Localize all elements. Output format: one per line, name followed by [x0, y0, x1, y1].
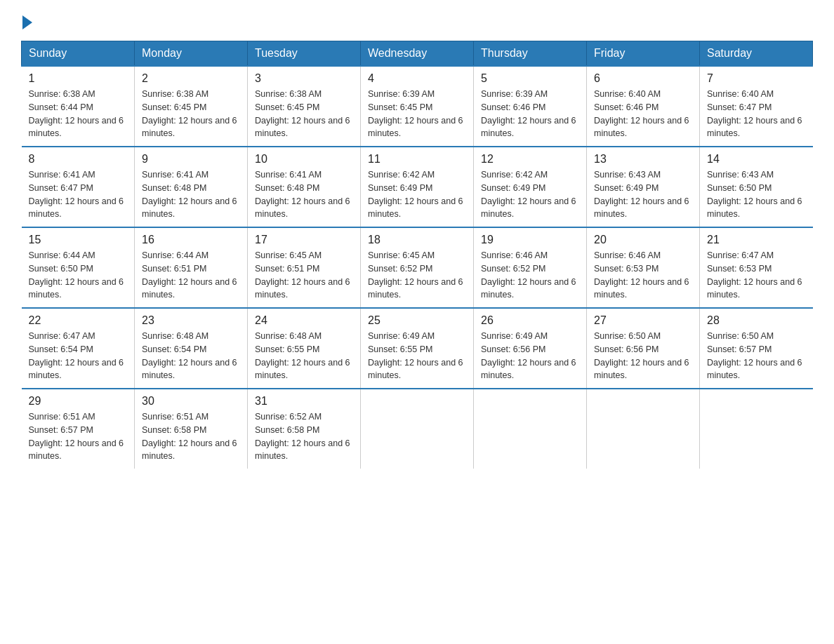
day-number: 20 [594, 234, 692, 246]
day-number: 6 [594, 72, 692, 85]
day-info: Sunrise: 6:49 AMSunset: 6:56 PMDaylight:… [481, 330, 579, 382]
day-info: Sunrise: 6:45 AMSunset: 6:51 PMDaylight:… [255, 249, 353, 302]
day-info: Sunrise: 6:40 AMSunset: 6:47 PMDaylight:… [707, 88, 806, 140]
calendar-header-thursday: Thursday [474, 41, 587, 67]
calendar-header-saturday: Saturday [700, 41, 813, 67]
day-number: 7 [707, 72, 806, 85]
calendar-cell: 12 Sunrise: 6:42 AMSunset: 6:49 PMDaylig… [474, 147, 587, 227]
day-number: 25 [368, 314, 466, 327]
day-number: 30 [142, 395, 240, 408]
day-info: Sunrise: 6:44 AMSunset: 6:51 PMDaylight:… [142, 249, 240, 302]
day-info: Sunrise: 6:41 AMSunset: 6:48 PMDaylight:… [255, 168, 353, 221]
calendar-cell: 18 Sunrise: 6:45 AMSunset: 6:52 PMDaylig… [361, 227, 474, 308]
day-info: Sunrise: 6:43 AMSunset: 6:50 PMDaylight:… [707, 168, 806, 221]
calendar-cell: 27 Sunrise: 6:50 AMSunset: 6:56 PMDaylig… [587, 308, 700, 389]
calendar-cell: 22 Sunrise: 6:47 AMSunset: 6:54 PMDaylig… [22, 308, 135, 389]
calendar-cell: 11 Sunrise: 6:42 AMSunset: 6:49 PMDaylig… [361, 147, 474, 227]
day-info: Sunrise: 6:41 AMSunset: 6:47 PMDaylight:… [29, 168, 128, 221]
day-info: Sunrise: 6:51 AMSunset: 6:58 PMDaylight:… [142, 410, 240, 463]
day-info: Sunrise: 6:49 AMSunset: 6:55 PMDaylight:… [368, 330, 466, 382]
day-info: Sunrise: 6:41 AMSunset: 6:48 PMDaylight:… [142, 168, 240, 221]
day-info: Sunrise: 6:47 AMSunset: 6:54 PMDaylight:… [29, 330, 128, 382]
calendar-cell [587, 389, 700, 469]
day-number: 9 [142, 153, 240, 166]
day-info: Sunrise: 6:43 AMSunset: 6:49 PMDaylight:… [594, 168, 692, 221]
day-info: Sunrise: 6:44 AMSunset: 6:50 PMDaylight:… [29, 249, 128, 302]
calendar-cell: 15 Sunrise: 6:44 AMSunset: 6:50 PMDaylig… [22, 227, 135, 308]
calendar-cell: 13 Sunrise: 6:43 AMSunset: 6:49 PMDaylig… [587, 147, 700, 227]
calendar-header-sunday: Sunday [22, 41, 135, 67]
day-number: 26 [481, 314, 579, 327]
calendar-header-row: SundayMondayTuesdayWednesdayThursdayFrid… [22, 41, 813, 67]
day-number: 12 [481, 153, 579, 166]
calendar-cell: 24 Sunrise: 6:48 AMSunset: 6:55 PMDaylig… [248, 308, 361, 389]
day-info: Sunrise: 6:38 AMSunset: 6:45 PMDaylight:… [255, 88, 353, 140]
day-info: Sunrise: 6:51 AMSunset: 6:57 PMDaylight:… [29, 410, 128, 463]
day-number: 5 [481, 72, 579, 85]
day-number: 8 [29, 153, 128, 166]
day-number: 3 [255, 72, 353, 85]
day-number: 13 [594, 153, 692, 166]
day-number: 1 [29, 72, 128, 85]
day-info: Sunrise: 6:42 AMSunset: 6:49 PMDaylight:… [368, 168, 466, 221]
calendar-week-row: 1 Sunrise: 6:38 AMSunset: 6:44 PMDayligh… [22, 66, 813, 147]
day-info: Sunrise: 6:50 AMSunset: 6:57 PMDaylight:… [707, 330, 806, 382]
calendar-cell: 31 Sunrise: 6:52 AMSunset: 6:58 PMDaylig… [248, 389, 361, 469]
calendar-cell: 20 Sunrise: 6:46 AMSunset: 6:53 PMDaylig… [587, 227, 700, 308]
day-info: Sunrise: 6:42 AMSunset: 6:49 PMDaylight:… [481, 168, 579, 221]
day-info: Sunrise: 6:50 AMSunset: 6:56 PMDaylight:… [594, 330, 692, 382]
day-number: 18 [368, 234, 466, 246]
day-info: Sunrise: 6:46 AMSunset: 6:52 PMDaylight:… [481, 249, 579, 302]
calendar-cell: 4 Sunrise: 6:39 AMSunset: 6:45 PMDayligh… [361, 66, 474, 147]
calendar-week-row: 8 Sunrise: 6:41 AMSunset: 6:47 PMDayligh… [22, 147, 813, 227]
calendar-week-row: 15 Sunrise: 6:44 AMSunset: 6:50 PMDaylig… [22, 227, 813, 308]
day-info: Sunrise: 6:52 AMSunset: 6:58 PMDaylight:… [255, 410, 353, 463]
day-info: Sunrise: 6:38 AMSunset: 6:44 PMDaylight:… [29, 88, 128, 140]
calendar-cell: 16 Sunrise: 6:44 AMSunset: 6:51 PMDaylig… [135, 227, 248, 308]
day-info: Sunrise: 6:39 AMSunset: 6:45 PMDaylight:… [368, 88, 466, 140]
calendar-cell: 25 Sunrise: 6:49 AMSunset: 6:55 PMDaylig… [361, 308, 474, 389]
day-number: 11 [368, 153, 466, 166]
day-number: 10 [255, 153, 353, 166]
calendar-cell: 5 Sunrise: 6:39 AMSunset: 6:46 PMDayligh… [474, 66, 587, 147]
day-info: Sunrise: 6:39 AMSunset: 6:46 PMDaylight:… [481, 88, 579, 140]
day-number: 2 [142, 72, 240, 85]
calendar-week-row: 29 Sunrise: 6:51 AMSunset: 6:57 PMDaylig… [22, 389, 813, 469]
calendar-cell: 19 Sunrise: 6:46 AMSunset: 6:52 PMDaylig… [474, 227, 587, 308]
calendar-cell [700, 389, 813, 469]
day-number: 31 [255, 395, 353, 408]
calendar-cell: 8 Sunrise: 6:41 AMSunset: 6:47 PMDayligh… [22, 147, 135, 227]
calendar-cell [474, 389, 587, 469]
calendar-cell: 3 Sunrise: 6:38 AMSunset: 6:45 PMDayligh… [248, 66, 361, 147]
calendar-cell: 30 Sunrise: 6:51 AMSunset: 6:58 PMDaylig… [135, 389, 248, 469]
day-info: Sunrise: 6:47 AMSunset: 6:53 PMDaylight:… [707, 249, 806, 302]
calendar-cell: 10 Sunrise: 6:41 AMSunset: 6:48 PMDaylig… [248, 147, 361, 227]
calendar-header-friday: Friday [587, 41, 700, 67]
day-number: 19 [481, 234, 579, 246]
day-number: 27 [594, 314, 692, 327]
day-number: 21 [707, 234, 806, 246]
calendar-cell: 1 Sunrise: 6:38 AMSunset: 6:44 PMDayligh… [22, 66, 135, 147]
day-number: 24 [255, 314, 353, 327]
day-info: Sunrise: 6:45 AMSunset: 6:52 PMDaylight:… [368, 249, 466, 302]
calendar-cell [361, 389, 474, 469]
calendar-cell: 21 Sunrise: 6:47 AMSunset: 6:53 PMDaylig… [700, 227, 813, 308]
day-number: 4 [368, 72, 466, 85]
calendar-cell: 2 Sunrise: 6:38 AMSunset: 6:45 PMDayligh… [135, 66, 248, 147]
calendar-cell: 14 Sunrise: 6:43 AMSunset: 6:50 PMDaylig… [700, 147, 813, 227]
day-info: Sunrise: 6:38 AMSunset: 6:45 PMDaylight:… [142, 88, 240, 140]
day-info: Sunrise: 6:48 AMSunset: 6:55 PMDaylight:… [255, 330, 353, 382]
day-number: 23 [142, 314, 240, 327]
calendar-header-tuesday: Tuesday [248, 41, 361, 67]
day-number: 17 [255, 234, 353, 246]
page-header [21, 14, 813, 27]
calendar-cell: 29 Sunrise: 6:51 AMSunset: 6:57 PMDaylig… [22, 389, 135, 469]
day-info: Sunrise: 6:40 AMSunset: 6:46 PMDaylight:… [594, 88, 692, 140]
day-number: 16 [142, 234, 240, 246]
calendar-cell: 23 Sunrise: 6:48 AMSunset: 6:54 PMDaylig… [135, 308, 248, 389]
day-info: Sunrise: 6:46 AMSunset: 6:53 PMDaylight:… [594, 249, 692, 302]
calendar-header-monday: Monday [135, 41, 248, 67]
day-number: 14 [707, 153, 806, 166]
logo-arrow-icon [22, 15, 32, 29]
calendar-cell: 9 Sunrise: 6:41 AMSunset: 6:48 PMDayligh… [135, 147, 248, 227]
